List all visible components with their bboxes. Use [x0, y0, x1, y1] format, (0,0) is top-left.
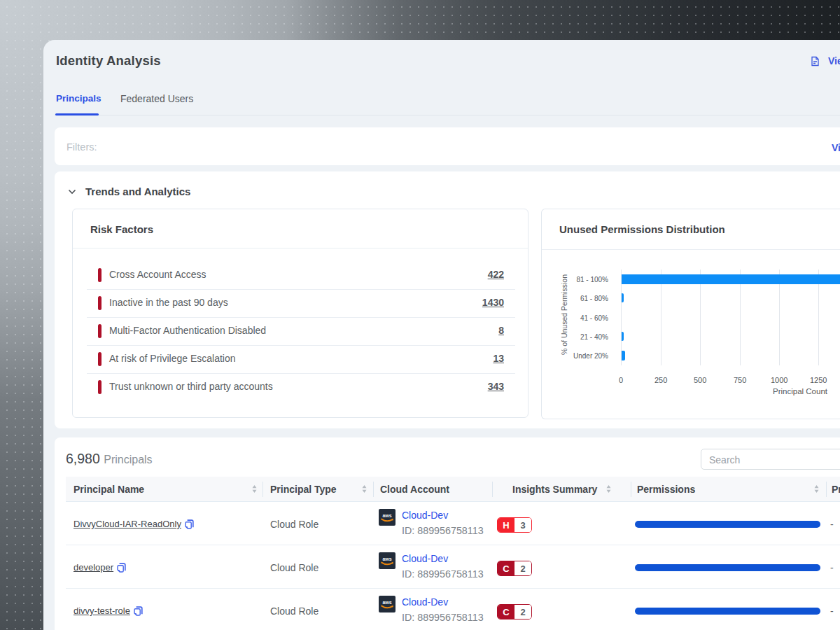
svg-text:aws: aws [382, 556, 391, 561]
svg-text:aws: aws [382, 600, 391, 605]
svg-text:aws: aws [382, 513, 391, 518]
